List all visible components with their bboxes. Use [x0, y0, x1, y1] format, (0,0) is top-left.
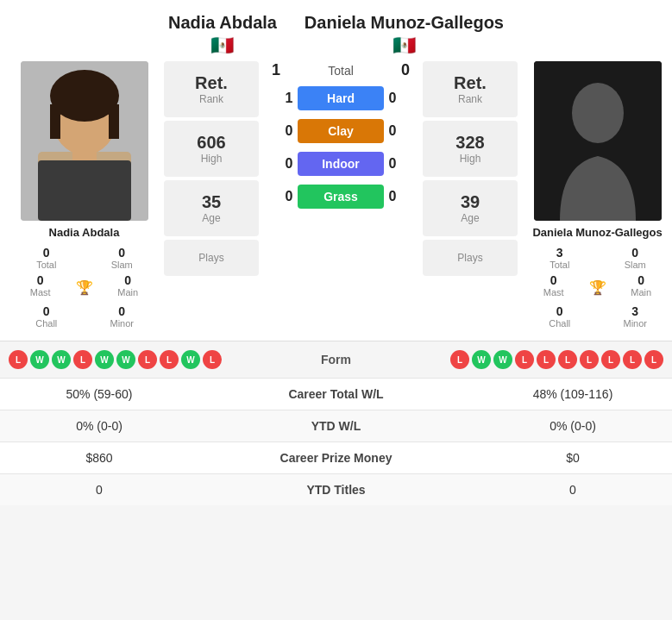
stats-left-value: 0% (0-0) — [13, 419, 185, 433]
right-age-box: 39 Age — [423, 180, 518, 236]
stats-center-label: Career Total W/L — [185, 387, 487, 401]
left-stats-column: Ret. Rank 606 High 35 Age Plays — [164, 61, 259, 332]
main-container: Nadia Abdala 🇲🇽 Daniela Munoz-Gallegos 🇲… — [0, 0, 672, 505]
left-player-name-below: Nadia Abdala — [49, 226, 120, 239]
right-main-stat: 0 Main — [610, 273, 673, 297]
stats-right-value: 48% (109-116) — [487, 387, 659, 401]
right-minor-stat: 3 Minor — [598, 304, 673, 329]
left-player-name: Nadia Abdala — [168, 13, 277, 33]
stats-row: 50% (59-60)Career Total W/L48% (109-116) — [0, 378, 672, 410]
stats-row: $860Career Prize Money$0 — [0, 442, 672, 473]
left-total-stat: 0 Total — [9, 246, 85, 270]
left-form-ball: W — [52, 350, 71, 369]
right-form-ball: W — [472, 350, 491, 369]
left-mini-stats: 0 Total 0 Slam 0 Mast 🏆 0 Main — [9, 246, 160, 332]
form-label: Form — [321, 353, 351, 366]
right-player-flag: 🇲🇽 — [393, 34, 416, 57]
stats-left-value: 50% (59-60) — [13, 387, 185, 401]
left-trophy-row: 0 Mast 🏆 0 Main — [9, 273, 160, 301]
stats-center-label: Career Prize Money — [185, 451, 487, 465]
clay-row: 0 Clay 0 — [263, 119, 418, 143]
left-rank-box: Ret. Rank — [164, 61, 259, 117]
left-form-balls: LWWLWWLLWL — [9, 350, 222, 369]
clay-button[interactable]: Clay — [298, 119, 384, 143]
right-form-ball: L — [601, 350, 620, 369]
right-stats-column: Ret. Rank 328 High 39 Age Plays — [423, 61, 518, 332]
hard-row: 1 Hard 0 — [263, 86, 418, 110]
left-main-stat: 0 Main — [97, 273, 160, 297]
right-form-ball: W — [493, 350, 512, 369]
left-form-ball: W — [30, 350, 49, 369]
indoor-row: 0 Indoor 0 — [263, 152, 418, 176]
right-high-box: 328 High — [423, 121, 518, 177]
left-player-flag: 🇲🇽 — [210, 34, 234, 57]
right-trophy-row: 0 Mast 🏆 0 Main — [522, 273, 672, 301]
stats-row: 0% (0-0)YTD W/L0% (0-0) — [0, 410, 672, 442]
left-form-ball: L — [160, 350, 179, 369]
svg-rect-3 — [50, 104, 60, 139]
top-header: Nadia Abdala 🇲🇽 Daniela Munoz-Gallegos 🇲… — [0, 0, 672, 61]
right-total-stat: 3 Total — [522, 246, 598, 270]
left-chall-stat: 0 Chall — [9, 304, 85, 329]
stats-center-label: YTD Titles — [185, 483, 487, 497]
surface-rows: 1 Hard 0 0 Clay 0 0 Indoor 0 — [263, 86, 418, 209]
left-form-ball: W — [116, 350, 135, 369]
svg-rect-4 — [109, 104, 119, 139]
left-form-ball: W — [95, 350, 114, 369]
left-form-ball: L — [203, 350, 222, 369]
grass-button[interactable]: Grass — [298, 185, 384, 209]
svg-rect-7 — [38, 160, 131, 221]
stats-right-value: 0% (0-0) — [487, 419, 659, 433]
center-mid-section: 1 Total 0 1 Hard 0 0 Clay 0 — [263, 61, 418, 332]
center-names: Nadia Abdala 🇲🇽 Daniela Munoz-Gallegos 🇲… — [160, 13, 512, 57]
right-form-ball: L — [623, 350, 642, 369]
right-mini-stats: 3 Total 0 Slam 0 Mast 🏆 0 Main — [522, 246, 672, 332]
right-player-name: Daniela Munoz-Gallegos — [305, 13, 504, 33]
left-form-ball: L — [9, 350, 28, 369]
stats-right-value: 0 — [487, 483, 659, 497]
left-form-ball: W — [181, 350, 200, 369]
left-high-box: 606 High — [164, 121, 259, 177]
right-form-ball: L — [558, 350, 577, 369]
right-form-ball: L — [580, 350, 599, 369]
right-plays-box: Plays — [423, 240, 518, 276]
left-name-block: Nadia Abdala 🇲🇽 — [168, 13, 277, 57]
right-chall-stat: 0 Chall — [522, 304, 598, 329]
right-player-name-below: Daniela Munoz-Gallegos — [532, 226, 662, 239]
left-form-ball: L — [73, 350, 92, 369]
hard-button[interactable]: Hard — [298, 86, 384, 110]
stats-left-value: 0 — [13, 483, 185, 497]
right-player-section: Daniela Munoz-Gallegos 3 Total 0 Slam 0 … — [522, 61, 672, 332]
right-form-ball: L — [515, 350, 534, 369]
right-trophy-icon: 🏆 — [589, 279, 606, 296]
stats-row: 0YTD Titles0 — [0, 473, 672, 505]
right-player-photo — [534, 61, 662, 221]
right-form-ball: L — [644, 350, 663, 369]
right-rank-box: Ret. Rank — [423, 61, 518, 117]
left-mast-stat: 0 Mast — [9, 273, 72, 297]
left-player-photo — [21, 61, 148, 221]
right-form-ball: L — [450, 350, 469, 369]
right-form-balls: LWWLLLLLLL — [450, 350, 663, 369]
stats-left-value: $860 — [13, 451, 185, 465]
stats-table: 50% (59-60)Career Total W/L48% (109-116)… — [0, 378, 672, 505]
stats-center-label: YTD W/L — [185, 419, 487, 433]
form-section: LWWLWWLLWL Form LWWLLLLLLL — [0, 341, 672, 378]
right-form-ball: L — [537, 350, 556, 369]
vs-layout: Nadia Abdala 0 Total 0 Slam 0 Mast 🏆 — [0, 61, 672, 341]
total-row: 1 Total 0 — [263, 61, 418, 79]
left-form-ball: L — [138, 350, 157, 369]
svg-point-9 — [572, 83, 624, 143]
left-player-section: Nadia Abdala 0 Total 0 Slam 0 Mast 🏆 — [9, 61, 160, 332]
right-name-block: Daniela Munoz-Gallegos 🇲🇽 — [305, 13, 504, 57]
indoor-button[interactable]: Indoor — [298, 152, 384, 176]
right-mast-stat: 0 Mast — [522, 273, 586, 297]
grass-row: 0 Grass 0 — [263, 185, 418, 209]
stats-right-value: $0 — [487, 451, 659, 465]
left-age-box: 35 Age — [164, 180, 259, 236]
left-slam-stat: 0 Slam — [85, 246, 160, 270]
left-trophy-icon: 🏆 — [76, 279, 93, 296]
left-minor-stat: 0 Minor — [85, 304, 160, 329]
left-plays-box: Plays — [164, 240, 259, 276]
right-slam-stat: 0 Slam — [598, 246, 673, 270]
